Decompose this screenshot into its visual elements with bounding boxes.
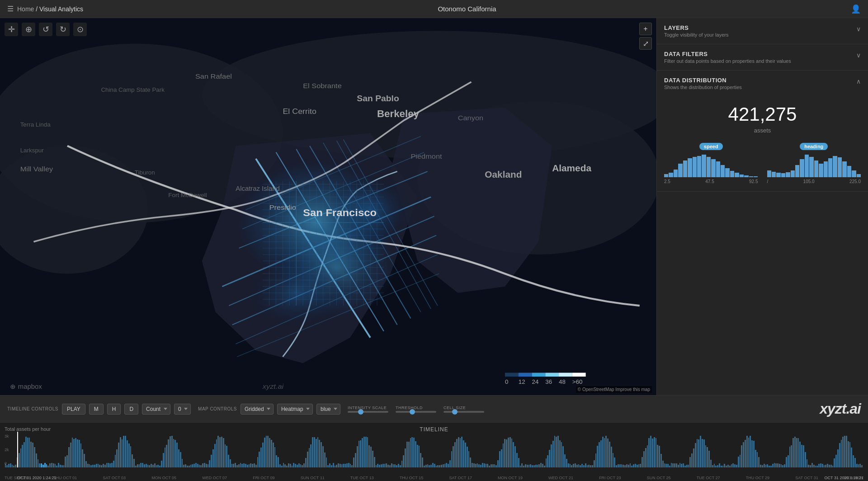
timeline-bar [566, 459, 567, 467]
timeline-bar [225, 444, 226, 467]
timeline-bar [782, 465, 783, 467]
hamburger-icon[interactable]: ☰ [7, 5, 14, 13]
gridded-select[interactable]: Gridded [241, 404, 274, 415]
threshold-control: THRESHOLD [396, 406, 436, 413]
timeline-bar [132, 454, 133, 467]
intensity-slider[interactable] [348, 411, 388, 413]
svg-text:Oakland: Oakland [485, 170, 522, 179]
timeline-bar [128, 443, 130, 467]
timeline-bar [465, 443, 466, 467]
timeline-bar [640, 464, 641, 467]
timeline-bar [166, 445, 167, 467]
heading-bar-chart [767, 155, 861, 177]
timeline-bar [430, 465, 432, 467]
timeline-bar [394, 464, 396, 467]
count-select[interactable]: Count [142, 404, 170, 415]
timeline-bar [662, 461, 664, 467]
timeline-bar [745, 440, 746, 467]
timeline-bar [609, 442, 610, 467]
timeline-bar [755, 450, 756, 467]
timeline-bar [5, 463, 6, 467]
timeline-bar [365, 437, 367, 467]
color-select[interactable]: blue [316, 404, 340, 415]
breadcrumb-home[interactable]: Home [17, 5, 34, 13]
heatmap-select[interactable]: Heatmap [277, 404, 313, 415]
data-filters-header[interactable]: DATA FILTERS Filter out data points base… [657, 44, 868, 70]
timeline-bar [326, 457, 327, 467]
layers-section: LAYERS Toggle visibility of your layers … [657, 18, 868, 44]
timeline-bar [58, 463, 59, 467]
cell-size-slider[interactable] [443, 411, 484, 413]
timeline-bar [175, 440, 176, 467]
m-button[interactable]: M [89, 404, 104, 415]
layers-header[interactable]: LAYERS Toggle visibility of your layers … [657, 18, 868, 44]
timeline-bar [585, 463, 586, 467]
move-tool-btn[interactable]: ✛ [5, 23, 18, 36]
timeline-bar [509, 437, 511, 467]
timeline-bar [494, 464, 495, 467]
timeline-bar [300, 464, 302, 467]
timeline-bar [96, 464, 97, 467]
intensity-control: INTENSITY SCALE [348, 406, 388, 413]
timeline-bar [801, 445, 802, 467]
timeline-bar [386, 463, 387, 467]
timeline-bar [734, 464, 736, 467]
undo-btn[interactable]: ↺ [39, 23, 52, 36]
main-area: El Sobrante San Rafael San Pablo El Cerr… [0, 18, 868, 395]
timeline-bar [206, 464, 207, 467]
timeline-bar [398, 464, 399, 467]
timeline-bar [684, 466, 686, 467]
data-filters-subtitle: Filter out data points based on properti… [664, 58, 791, 64]
map-container[interactable]: El Sobrante San Rafael San Pablo El Cerr… [0, 18, 656, 395]
timeline-chart[interactable] [0, 436, 868, 467]
layers-chevron: ∨ [856, 25, 861, 33]
timeline-bar [712, 465, 713, 467]
timeline-bar [743, 442, 744, 467]
timeline-bar [187, 466, 188, 467]
user-icon[interactable]: 👤 [851, 4, 861, 14]
timeline-bar [73, 439, 75, 467]
timeline-bar [396, 465, 397, 467]
d-button[interactable]: D [124, 404, 138, 415]
zoom-in-btn[interactable]: + [639, 23, 652, 35]
timeline-bar [556, 437, 557, 467]
timeline-bar [247, 465, 248, 467]
timeline-bar [133, 459, 135, 467]
h-button[interactable]: H [107, 404, 121, 415]
threshold-slider[interactable] [396, 411, 436, 413]
timeline-bar [503, 443, 504, 467]
timeline-bar [508, 438, 509, 467]
play-button[interactable]: PLAY [62, 404, 85, 415]
timeline-bar [189, 466, 190, 467]
data-distribution-header[interactable]: DATA DISTRIBUTION Shows the distribution… [657, 71, 868, 96]
timeline-bar [616, 465, 617, 467]
redo-btn[interactable]: ↻ [56, 23, 70, 36]
heading-tag: heading [800, 143, 828, 150]
timeline-bar [185, 464, 186, 467]
timeline-bar [38, 459, 39, 467]
timeline-bar [226, 446, 227, 467]
timeline-bar [504, 439, 505, 467]
timeline-bar [810, 465, 811, 467]
timeline-bar [216, 439, 217, 467]
timeline-bar [271, 440, 272, 467]
timeline-bar [257, 457, 259, 467]
timeline-bar [482, 463, 483, 467]
timeline-bar [619, 464, 621, 467]
timeline-bar [357, 446, 358, 467]
timeline-bar [851, 448, 852, 467]
pointer-tool-btn[interactable]: ⊕ [22, 23, 35, 36]
timeline-bar [760, 465, 761, 467]
expand-btn[interactable]: ⤢ [639, 37, 652, 50]
zero-select[interactable]: 0 [174, 404, 191, 415]
timeline-bar [249, 464, 250, 467]
layers-title: LAYERS [664, 24, 728, 31]
timeline-bar [647, 445, 648, 467]
timeline-bar [513, 442, 514, 467]
timeline-tick: WED OCT 21 [548, 476, 573, 480]
timeline-bar [587, 465, 588, 467]
timeline-bar [449, 460, 451, 467]
timeline-bar [292, 466, 293, 467]
target-btn[interactable]: ⊙ [73, 23, 87, 36]
timeline-bar [335, 466, 336, 467]
